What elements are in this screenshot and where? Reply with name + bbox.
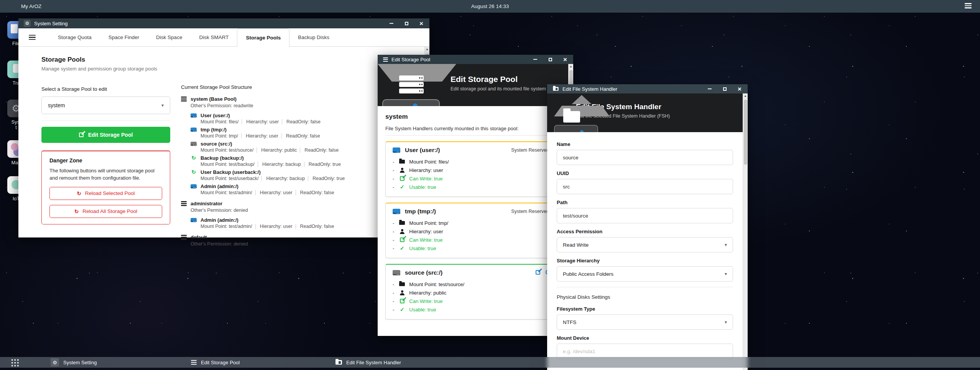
scroll-up-icon[interactable]: ▲ (743, 94, 748, 98)
app-grid-icon[interactable] (11, 359, 19, 367)
storage-hierarchy-select[interactable]: Public Access Folders ▾ (557, 266, 733, 282)
maximize-icon[interactable] (722, 86, 727, 92)
edit-storage-pool-titlebar[interactable]: Edit Storage Pool × (378, 55, 573, 64)
clock-label: August 26 14:33 (0, 3, 980, 9)
folder-icon (399, 160, 405, 164)
storage-hierarchy-label: Storage Hierarchy (557, 258, 733, 264)
name-label: Name (557, 141, 733, 147)
hdd-icon (191, 218, 197, 222)
tab-backup-disks[interactable]: Backup Disks (289, 28, 338, 46)
storage-hierarchy-value: Public Access Folders (563, 271, 613, 277)
minimize-icon[interactable] (533, 57, 538, 62)
minimize-icon[interactable] (389, 21, 394, 26)
fsh-card-source: source (src:/) Mount Point: test/source/… (385, 264, 556, 319)
edit-fsh-titlebar[interactable]: Edit File System Handler × (547, 84, 748, 93)
page-subtitle: Manage system and permission group stora… (41, 66, 170, 72)
storage-pool-illustration (378, 64, 458, 106)
top-menubar: My ArOZ August 26 14:33 (0, 0, 980, 13)
folder-icon (553, 87, 558, 91)
fsh-card-title: tmp (tmp:/) (405, 208, 436, 215)
chevron-down-icon: ▾ (725, 271, 727, 277)
edit-icon (400, 176, 404, 181)
tab-disk-space[interactable]: Disk Space (148, 28, 191, 46)
filesystem-type-select[interactable]: NTFS ▾ (557, 314, 733, 330)
danger-zone-title: Danger Zone (49, 157, 162, 164)
edit-storage-pool-body: system File System Handlers currently mo… (378, 106, 573, 336)
taskbar-item-label: System Setting (63, 360, 97, 365)
refresh-icon: ↻ (191, 155, 197, 161)
divider (557, 287, 733, 287)
taskbar-item-edit-storage-pool[interactable]: Edit Storage Pool (191, 357, 240, 368)
uuid-field[interactable] (557, 179, 733, 194)
user-icon (400, 168, 405, 173)
refresh-icon: ↻ (74, 208, 79, 214)
fsh-card-tmp: tmp (tmp:/) System Reserved Mount Point:… (385, 203, 556, 258)
system-setting-titlebar[interactable]: ⚙ System Setting × (18, 18, 429, 28)
hamburger-menu-icon[interactable] (965, 3, 972, 8)
tab-storage-quota[interactable]: Storage Quota (49, 28, 100, 46)
edit-fsh-header: Edit File System Handler Edit the select… (547, 93, 748, 132)
taskbar-item-system-setting[interactable]: ⚙ System Setting (51, 357, 97, 368)
list-icon (383, 57, 388, 62)
danger-zone: Danger Zone The following buttons will u… (41, 151, 170, 224)
divider (41, 120, 170, 121)
storage-pools-left-column: Storage Pools Manage system and permissi… (41, 56, 170, 224)
maximize-icon[interactable] (548, 57, 553, 62)
divider (385, 135, 556, 136)
minimize-icon[interactable] (707, 86, 712, 92)
hdd-icon (191, 128, 197, 132)
check-icon: ✓ (399, 306, 405, 313)
desktop: File Tra ⚙ Syst t Man IoT ⚙ System Setti… (0, 0, 980, 370)
scrollbar[interactable]: ▲ (743, 93, 748, 370)
tab-storage-pools[interactable]: Storage Pools (237, 28, 289, 47)
settings-tabbar: Storage Quota Space Finder Disk Space Di… (18, 28, 429, 47)
edit-icon (400, 299, 404, 303)
pool-select[interactable]: system ▾ (41, 97, 170, 114)
gear-icon: ⚙ (51, 358, 59, 367)
fsh-name: Admin (admin:/) (201, 183, 238, 189)
user-icon (400, 229, 405, 234)
reload-selected-pool-button[interactable]: ↻ Reload Selected Pool (49, 187, 162, 200)
header-title: Edit Storage Pool (451, 75, 573, 84)
mount-device-field[interactable] (557, 344, 733, 359)
scroll-up-icon[interactable]: ▲ (425, 47, 429, 51)
scrollbar-thumb[interactable] (744, 100, 747, 165)
close-icon[interactable]: × (562, 57, 568, 62)
hdd-icon (191, 113, 197, 118)
name-field[interactable] (557, 150, 733, 165)
path-field[interactable] (557, 208, 733, 223)
access-permission-select[interactable]: Read Write ▾ (557, 237, 733, 252)
system-reserved-badge: System Reserved (511, 147, 549, 153)
close-icon[interactable]: × (737, 86, 742, 92)
storage-pools-panel: Storage Pools Manage system and permissi… (18, 47, 429, 237)
reload-all-label: Reload All Storage Pool (82, 208, 137, 214)
taskbar-item-edit-fsh[interactable]: Edit File System Handler (335, 357, 401, 368)
tab-space-finder[interactable]: Space Finder (100, 28, 148, 46)
folder-icon (563, 111, 580, 123)
fsh-name: User Backup (userback:/) (201, 169, 261, 175)
edit-fsh-window: Edit File System Handler × Edit File Sys… (547, 84, 748, 370)
refresh-icon: ↻ (77, 190, 81, 196)
fsh-card-title: User (user:/) (405, 147, 440, 154)
tab-disk-smart[interactable]: Disk SMART (191, 28, 237, 46)
menu-icon[interactable] (29, 35, 36, 40)
reload-all-pool-button[interactable]: ↻ Reload All Storage Pool (49, 205, 162, 218)
filesystem-type-label: Filesystem Type (557, 306, 733, 312)
edit-storage-pool-button[interactable]: Edit Storage Pool (41, 127, 170, 143)
chevron-down-icon: ▾ (725, 319, 727, 325)
server-icon (181, 201, 187, 206)
edit-fsh-icon[interactable] (536, 270, 540, 275)
fsh-card-user: User (user:/) System Reserved Mount Poin… (385, 141, 556, 197)
pool-description: File System Handlers currently mounted i… (385, 126, 556, 131)
fsh-card-title: source (src:/) (405, 269, 442, 276)
mount-device-label: Mount Device (557, 335, 733, 341)
hdd-icon (393, 209, 400, 214)
physical-disks-heading: Physical Disks Settings (557, 294, 733, 300)
close-icon[interactable]: × (419, 21, 424, 26)
scroll-up-icon[interactable]: ▲ (569, 65, 573, 68)
pool-name: administrator (191, 201, 222, 206)
maximize-icon[interactable] (404, 21, 409, 26)
hdd-icon (393, 147, 400, 153)
server-icon (399, 75, 424, 93)
edit-storage-pool-label: Edit Storage Pool (88, 132, 133, 138)
